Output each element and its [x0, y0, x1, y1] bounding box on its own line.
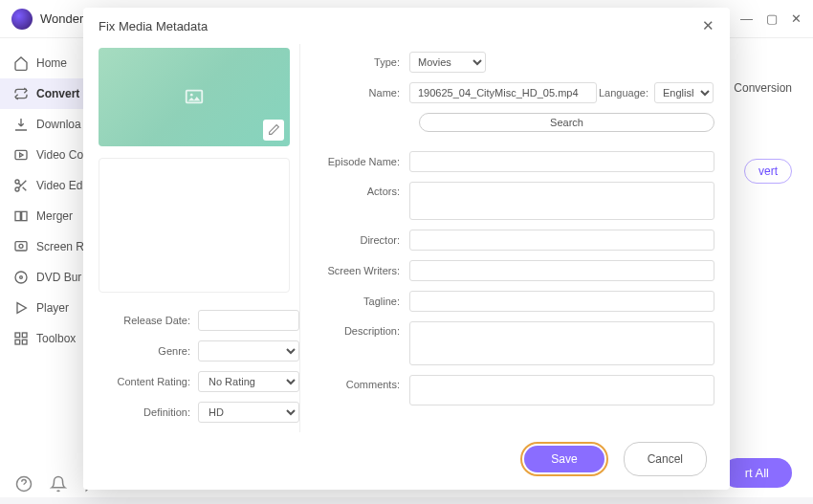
- sidebar-item-label: Merger: [36, 209, 73, 223]
- help-icon[interactable]: [15, 475, 33, 493]
- language-select[interactable]: English: [654, 82, 714, 103]
- minimize-button[interactable]: —: [740, 11, 753, 26]
- compress-icon: [13, 147, 29, 163]
- svg-point-16: [190, 94, 193, 97]
- director-input[interactable]: [409, 230, 714, 251]
- language-label: Language:: [597, 87, 654, 99]
- sidebar-item-label: Home: [36, 56, 67, 70]
- home-icon: [13, 55, 29, 71]
- description-label: Description:: [323, 321, 409, 337]
- convert-chip[interactable]: vert: [744, 159, 792, 184]
- name-label: Name:: [323, 87, 409, 99]
- svg-point-6: [19, 244, 23, 248]
- svg-marker-9: [17, 303, 26, 314]
- window-controls: — ▢ ✕: [740, 11, 802, 26]
- close-window-button[interactable]: ✕: [791, 11, 802, 26]
- sidebar-item-label: Toolbox: [36, 332, 76, 345]
- svg-rect-13: [22, 340, 27, 344]
- sidebar-item-label: Video Ed: [36, 179, 83, 192]
- release-date-input[interactable]: [198, 310, 299, 331]
- episode-name-input[interactable]: [409, 151, 714, 172]
- sidebar-item-label: Screen R: [36, 240, 84, 253]
- comments-input[interactable]: [409, 375, 714, 405]
- genre-select[interactable]: [198, 340, 299, 362]
- screen-writers-input[interactable]: [409, 260, 714, 281]
- save-button[interactable]: Save: [524, 446, 604, 472]
- maximize-button[interactable]: ▢: [766, 11, 778, 26]
- search-button[interactable]: Search: [419, 113, 714, 132]
- svg-rect-11: [22, 333, 27, 338]
- merge-icon: [13, 208, 29, 224]
- edit-icon: [268, 123, 280, 136]
- svg-rect-10: [15, 333, 20, 338]
- app-logo: [11, 9, 33, 30]
- definition-select[interactable]: HD: [198, 402, 299, 423]
- sidebar-item-label: Video Co: [36, 148, 83, 162]
- sidebar-item-label: Convert: [36, 87, 79, 100]
- episode-name-label: Episode Name:: [323, 156, 409, 167]
- app-title: Wonder: [40, 11, 83, 26]
- genre-label: Genre:: [99, 345, 198, 357]
- tagline-label: Tagline:: [323, 296, 409, 307]
- disc-icon: [13, 270, 29, 285]
- left-metadata-fields: Release Date: Genre: Content Rating: No …: [99, 310, 299, 432]
- save-button-highlight: Save: [520, 442, 607, 476]
- modal-left-column: Release Date: Genre: Content Rating: No …: [99, 44, 299, 432]
- tagline-input[interactable]: [409, 291, 714, 312]
- svg-rect-5: [15, 242, 27, 251]
- cancel-button[interactable]: Cancel: [624, 442, 707, 476]
- screen-writers-label: Screen Writers:: [323, 265, 409, 276]
- modal-body: Release Date: Genre: Content Rating: No …: [83, 44, 730, 432]
- content-rating-label: Content Rating:: [99, 376, 198, 387]
- comments-label: Comments:: [323, 375, 409, 390]
- definition-label: Definition:: [99, 406, 198, 418]
- modal-header: Fix Media Metadata ✕: [83, 8, 730, 44]
- actors-input[interactable]: [409, 182, 714, 220]
- svg-rect-4: [22, 211, 27, 220]
- modal-close-button[interactable]: ✕: [702, 17, 714, 34]
- grid-icon: [13, 331, 29, 346]
- type-label: Type:: [323, 56, 409, 68]
- sidebar-item-label: DVD Bur: [36, 271, 81, 284]
- modal-title: Fix Media Metadata: [99, 19, 208, 33]
- bell-icon[interactable]: [50, 475, 67, 493]
- director-label: Director:: [323, 234, 409, 246]
- svg-rect-3: [15, 211, 20, 220]
- preview-placeholder: [99, 158, 290, 293]
- sidebar-item-label: Player: [36, 301, 69, 315]
- description-input[interactable]: [409, 321, 714, 365]
- svg-point-7: [15, 272, 27, 283]
- svg-rect-0: [15, 150, 27, 159]
- cover-thumbnail: [99, 48, 290, 146]
- svg-point-8: [20, 276, 23, 279]
- sidebar-item-label: Downloa: [36, 118, 81, 131]
- start-all-button[interactable]: rt All: [722, 458, 792, 488]
- fix-metadata-modal: Fix Media Metadata ✕ Release Date: Genre…: [83, 8, 730, 490]
- edit-cover-button[interactable]: [263, 120, 284, 141]
- image-placeholder-icon: [181, 86, 208, 107]
- record-icon: [13, 239, 29, 254]
- modal-right-column: Type: Movies Name: Language: English Sea…: [299, 44, 714, 432]
- svg-point-1: [15, 180, 19, 184]
- svg-point-2: [15, 187, 19, 191]
- play-icon: [13, 300, 29, 316]
- type-select[interactable]: Movies: [409, 52, 486, 73]
- convert-icon: [13, 86, 29, 101]
- actors-label: Actors:: [323, 182, 409, 197]
- svg-rect-12: [15, 340, 20, 344]
- content-rating-select[interactable]: No Rating: [198, 371, 299, 392]
- download-icon: [13, 117, 29, 132]
- name-input[interactable]: [409, 82, 597, 103]
- modal-footer: Save Cancel: [83, 432, 730, 490]
- release-date-label: Release Date:: [99, 315, 198, 326]
- conversion-tab[interactable]: Conversion: [734, 81, 792, 95]
- scissors-icon: [13, 178, 29, 193]
